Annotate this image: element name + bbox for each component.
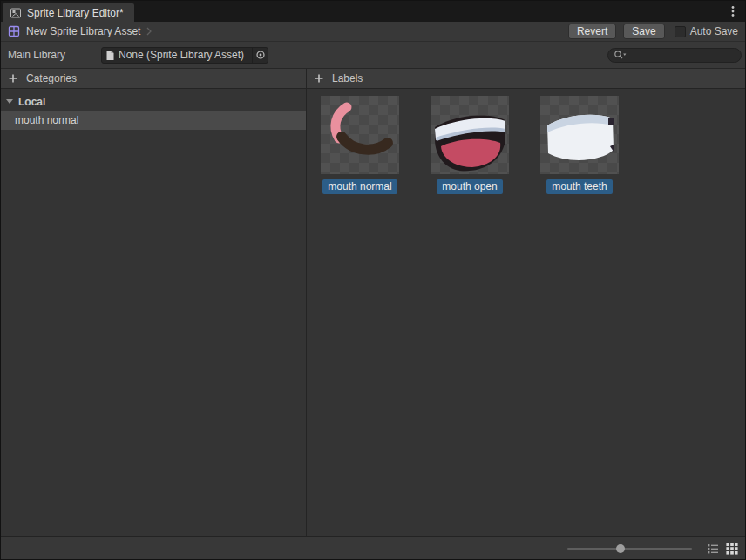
add-label-button[interactable]: [314, 73, 324, 84]
categories-list: Local mouth normal: [1, 89, 306, 130]
add-category-button[interactable]: [8, 73, 18, 84]
local-foldout-label: Local: [18, 96, 45, 108]
object-picker-button[interactable]: [252, 48, 268, 63]
view-mode-buttons: [706, 542, 739, 556]
label-card-mouth-open[interactable]: mouth open: [431, 96, 509, 194]
save-button[interactable]: Save: [623, 24, 664, 39]
zoom-slider-track: [567, 548, 692, 550]
labels-panel: Labels mouth normal: [307, 69, 745, 536]
tab-sprite-library-editor[interactable]: Sprite Library Editor*: [3, 3, 134, 22]
label-chip: mouth teeth: [546, 179, 612, 194]
categories-title: Categories: [26, 72, 77, 84]
sprite-thumbnail-mouth-normal: [321, 96, 399, 174]
sprite-thumbnail-mouth-open: [431, 96, 509, 174]
object-field-value: None (Sprite Library Asset): [119, 49, 248, 61]
labels-grid: mouth normal mouth open: [307, 89, 745, 194]
zoom-slider[interactable]: [567, 543, 692, 554]
foldout-triangle-icon: [6, 99, 13, 104]
breadcrumb-label: New Sprite Library Asset: [26, 25, 140, 37]
sprite-library-icon: [10, 7, 22, 19]
panels: Categories Local mouth normal Lab: [1, 69, 745, 536]
auto-save-checkbox[interactable]: [675, 26, 686, 37]
kebab-menu-icon: [731, 5, 735, 17]
toolbar: New Sprite Library Asset Revert Save Aut…: [1, 22, 745, 42]
search-icon: [614, 50, 627, 60]
chevron-right-icon: [146, 27, 152, 36]
label-card-mouth-normal[interactable]: mouth normal: [321, 96, 399, 194]
window-menu-button[interactable]: [726, 4, 740, 18]
label-chip: mouth open: [437, 179, 502, 194]
sprite-thumbnail-mouth-teeth: [540, 96, 619, 174]
main-library-row: Main Library None (Sprite Library Asset): [1, 42, 745, 69]
categories-header: Categories: [1, 69, 306, 89]
grid-view-button[interactable]: [725, 542, 739, 556]
category-item-label: mouth normal: [15, 114, 78, 126]
tab-title: Sprite Library Editor*: [27, 7, 124, 19]
search-input[interactable]: [629, 50, 741, 61]
main-library-object-field[interactable]: None (Sprite Library Asset): [101, 47, 268, 64]
search-field[interactable]: [607, 48, 742, 63]
tab-bar: Sprite Library Editor*: [1, 1, 745, 22]
grid-view-icon: [725, 542, 739, 556]
auto-save-label: Auto Save: [690, 25, 738, 37]
object-picker-icon: [255, 50, 266, 60]
category-item-mouth-normal[interactable]: mouth normal: [1, 111, 306, 130]
categories-panel: Categories Local mouth normal: [1, 69, 307, 536]
label-chip: mouth normal: [322, 179, 397, 194]
sprite-library-editor-window: Sprite Library Editor* New Sprite Librar…: [0, 0, 746, 560]
revert-button[interactable]: Revert: [568, 24, 616, 39]
label-card-mouth-teeth[interactable]: mouth teeth: [540, 96, 619, 194]
labels-title: Labels: [332, 72, 363, 84]
zoom-slider-thumb[interactable]: [616, 544, 625, 553]
footer-bar: [1, 536, 745, 559]
list-view-button[interactable]: [706, 542, 720, 556]
sprite-library-asset-icon: [8, 25, 20, 37]
list-view-icon: [706, 542, 720, 556]
asset-doc-icon: [105, 50, 115, 61]
toolbar-right: Revert Save Auto Save: [561, 24, 738, 39]
breadcrumb[interactable]: New Sprite Library Asset: [8, 25, 152, 37]
main-library-label: Main Library: [8, 49, 101, 61]
plus-icon: [8, 73, 18, 84]
labels-header: Labels: [307, 69, 745, 89]
plus-icon: [314, 73, 324, 84]
local-foldout[interactable]: Local: [1, 92, 306, 111]
